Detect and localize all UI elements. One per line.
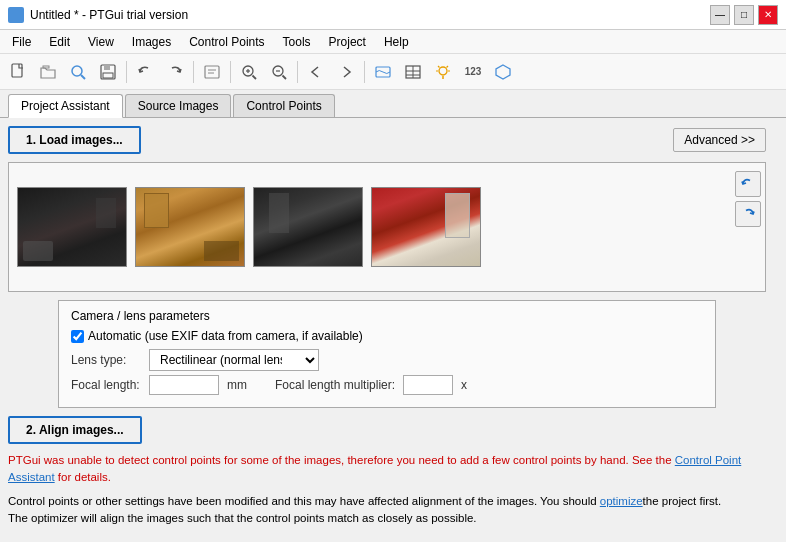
svg-line-3 xyxy=(81,75,85,79)
stitch-button[interactable] xyxy=(489,58,517,86)
thumbnail-1[interactable] xyxy=(17,187,127,267)
svg-line-26 xyxy=(438,66,440,68)
focal-mult-label: Focal length multiplier: xyxy=(275,378,395,392)
align-images-button[interactable]: 2. Align images... xyxy=(8,416,142,444)
redo-button[interactable] xyxy=(161,58,189,86)
svg-rect-5 xyxy=(104,65,110,70)
zoom-out-button[interactable] xyxy=(265,58,293,86)
camera-params-title: Camera / lens parameters xyxy=(71,309,703,323)
menu-project[interactable]: Project xyxy=(321,33,374,51)
close-button[interactable]: ✕ xyxy=(758,5,778,25)
browse-button[interactable] xyxy=(64,58,92,86)
image-undo-button[interactable] xyxy=(735,171,761,197)
advanced-button[interactable]: Advanced >> xyxy=(673,128,766,152)
camera-params-box: Camera / lens parameters Automatic (use … xyxy=(58,300,716,408)
light-button[interactable] xyxy=(429,58,457,86)
focal-length-row: Focal length: 444.5 mm Focal length mult… xyxy=(71,375,703,395)
info-text-part3: The optimizer will align the images such… xyxy=(8,512,477,524)
menu-edit[interactable]: Edit xyxy=(41,33,78,51)
svg-point-2 xyxy=(72,66,82,76)
lens-type-label: Lens type: xyxy=(71,353,141,367)
focal-length-unit: mm xyxy=(227,378,247,392)
tab-project-assistant[interactable]: Project Assistant xyxy=(8,94,123,118)
numbers-label: 123 xyxy=(465,66,482,77)
warning-text: PTGui was unable to detect control point… xyxy=(8,452,766,487)
thumbnail-4[interactable] xyxy=(371,187,481,267)
info-text-part2: the project first. xyxy=(643,495,722,507)
back-button[interactable] xyxy=(302,58,330,86)
images-area xyxy=(8,162,766,292)
focal-length-input[interactable]: 444.5 xyxy=(149,375,219,395)
menu-bar: File Edit View Images Control Points Too… xyxy=(0,30,786,54)
focal-mult-input[interactable]: 1 xyxy=(403,375,453,395)
automatic-label: Automatic (use EXIF data from camera, if… xyxy=(88,329,363,343)
load-images-button[interactable]: 1. Load images... xyxy=(8,126,141,154)
open-button[interactable] xyxy=(34,58,62,86)
window-controls: — □ ✕ xyxy=(710,5,778,25)
info-text-part1: Control points or other settings have be… xyxy=(8,495,600,507)
image-redo-button[interactable] xyxy=(735,201,761,227)
menu-help[interactable]: Help xyxy=(376,33,417,51)
menu-tools[interactable]: Tools xyxy=(275,33,319,51)
app-icon xyxy=(8,7,24,23)
svg-rect-6 xyxy=(103,73,113,78)
thumbnail-container xyxy=(17,171,481,283)
window-title: Untitled * - PTGui trial version xyxy=(30,8,188,22)
svg-rect-1 xyxy=(43,66,49,68)
forward-button[interactable] xyxy=(332,58,360,86)
table-button[interactable] xyxy=(399,58,427,86)
undo-button[interactable] xyxy=(131,58,159,86)
automatic-checkbox-row: Automatic (use EXIF data from camera, if… xyxy=(71,329,703,343)
svg-line-11 xyxy=(253,75,257,79)
svg-line-27 xyxy=(447,66,449,68)
save-button[interactable] xyxy=(94,58,122,86)
new-button[interactable] xyxy=(4,58,32,86)
load-images-row: 1. Load images... Advanced >> xyxy=(8,126,766,154)
focal-mult-unit: x xyxy=(461,378,467,392)
tab-control-points[interactable]: Control Points xyxy=(233,94,334,117)
scroll-content[interactable]: 1. Load images... Advanced >> xyxy=(0,118,786,542)
thumbnail-2[interactable] xyxy=(135,187,245,267)
title-bar: Untitled * - PTGui trial version — □ ✕ xyxy=(0,0,786,30)
optimize-link[interactable]: optimize xyxy=(600,495,643,507)
focal-length-label: Focal length: xyxy=(71,378,141,392)
lens-type-select[interactable]: Rectilinear (normal lens) Fisheye Equire… xyxy=(149,349,319,371)
lens-type-row: Lens type: Rectilinear (normal lens) Fis… xyxy=(71,349,703,371)
svg-rect-0 xyxy=(12,64,22,77)
numbers-button[interactable]: 123 xyxy=(459,58,487,86)
menu-control-points[interactable]: Control Points xyxy=(181,33,272,51)
menu-images[interactable]: Images xyxy=(124,33,179,51)
assistant-button[interactable] xyxy=(198,58,226,86)
warning-text-part2: for details. xyxy=(55,471,111,483)
tab-bar: Project Assistant Source Images Control … xyxy=(0,90,786,118)
zoom-in-button[interactable] xyxy=(235,58,263,86)
main-content: 1. Load images... Advanced >> xyxy=(0,118,786,542)
image-undo-redo xyxy=(735,171,761,227)
warning-text-part1: PTGui was unable to detect control point… xyxy=(8,454,675,466)
svg-point-22 xyxy=(439,67,447,75)
svg-marker-28 xyxy=(496,65,510,79)
panorama-button[interactable] xyxy=(369,58,397,86)
menu-view[interactable]: View xyxy=(80,33,122,51)
minimize-button[interactable]: — xyxy=(710,5,730,25)
tab-source-images[interactable]: Source Images xyxy=(125,94,232,117)
maximize-button[interactable]: □ xyxy=(734,5,754,25)
toolbar: 123 xyxy=(0,54,786,90)
thumbnail-3[interactable] xyxy=(253,187,363,267)
automatic-checkbox[interactable] xyxy=(71,330,84,343)
info-text: Control points or other settings have be… xyxy=(8,493,766,528)
svg-rect-7 xyxy=(205,66,219,78)
svg-line-15 xyxy=(283,75,287,79)
menu-file[interactable]: File xyxy=(4,33,39,51)
